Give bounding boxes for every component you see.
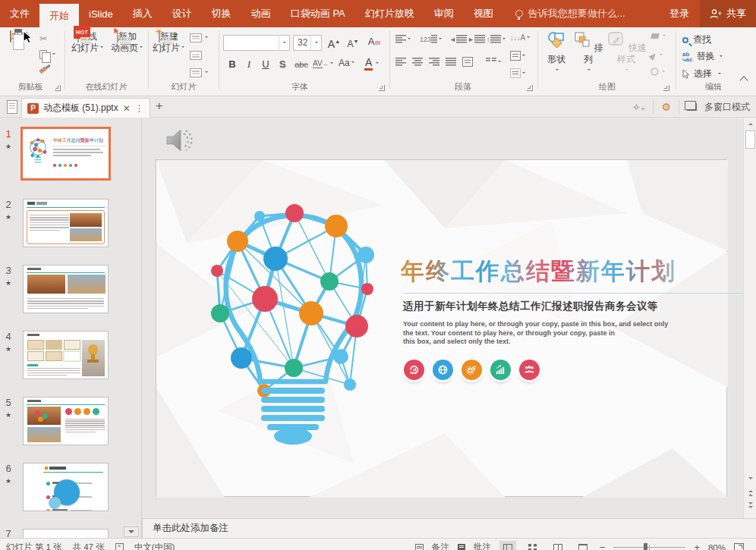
- scrollbar-thumb[interactable]: [745, 130, 755, 149]
- spell-check-icon[interactable]: [115, 543, 124, 550]
- scroll-up-button[interactable]: [745, 119, 755, 129]
- copy-button[interactable]: [39, 50, 55, 59]
- increase-indent-button[interactable]: ►: [468, 35, 485, 43]
- tab-islide[interactable]: iSlide: [79, 0, 123, 27]
- italic-button[interactable]: I: [241, 57, 257, 72]
- bold-button[interactable]: B: [225, 57, 240, 72]
- scroll-down-button[interactable]: [745, 473, 755, 483]
- lightbulb-network-graphic[interactable]: [187, 183, 399, 456]
- find-button[interactable]: 查找: [682, 33, 711, 46]
- slide-thumbnail[interactable]: [23, 265, 109, 313]
- zoom-level[interactable]: 80%: [708, 543, 726, 550]
- normal-view-button[interactable]: [499, 541, 516, 550]
- tab-review[interactable]: 审阅: [424, 0, 464, 27]
- decrease-indent-button[interactable]: ◄: [449, 35, 467, 43]
- format-painter-button[interactable]: [39, 68, 46, 72]
- slide-body-text[interactable]: Your content to play here, or through yo…: [403, 320, 668, 347]
- settings-gear-icon[interactable]: ⚙: [661, 101, 671, 113]
- share-button[interactable]: 共享: [700, 0, 756, 27]
- shape-effects-button[interactable]: [651, 68, 665, 75]
- underline-button[interactable]: U: [258, 57, 273, 72]
- select-button[interactable]: 选择: [682, 68, 721, 80]
- slide-canvas[interactable]: 年终工作总结暨新年计划 适用于新年计划年终总结工作汇报述职报告商务会议等 You…: [156, 159, 727, 497]
- globe-icon[interactable]: [433, 360, 453, 380]
- tab-slideshow[interactable]: 幻灯片放映: [355, 0, 424, 27]
- slide-sorter-view-button[interactable]: [524, 541, 541, 550]
- slide-thumbnail[interactable]: [23, 397, 109, 445]
- vertical-scrollbar[interactable]: [743, 118, 756, 518]
- notes-toggle[interactable]: 备注: [432, 542, 449, 550]
- grow-font-button[interactable]: A▲: [326, 34, 342, 49]
- collapse-ribbon-button[interactable]: [741, 77, 747, 83]
- bullets-button[interactable]: [395, 35, 411, 43]
- align-center-button[interactable]: [412, 58, 423, 66]
- thumbnail-scroll-down-button[interactable]: [124, 526, 139, 537]
- character-spacing-button[interactable]: AV↔: [313, 59, 333, 68]
- magic-wand-icon[interactable]: ✧₊: [632, 102, 646, 113]
- audio-speaker-icon[interactable]: [164, 126, 196, 156]
- slide-thumbnail[interactable]: [23, 199, 109, 247]
- strikethrough-button[interactable]: abc: [291, 57, 311, 72]
- font-size-combo[interactable]: 32: [293, 35, 322, 51]
- slideshow-view-button[interactable]: [575, 541, 591, 550]
- tab-view[interactable]: 视图: [464, 0, 503, 27]
- shape-fill-button[interactable]: [651, 33, 666, 39]
- shrink-font-button[interactable]: A▼: [345, 34, 361, 49]
- quick-styles-button[interactable]: 快速样式: [605, 31, 647, 77]
- clipboard-dialog-launcher[interactable]: [55, 85, 61, 91]
- new-tab-button[interactable]: +: [156, 99, 162, 113]
- fit-slide-to-window-button[interactable]: [734, 543, 744, 550]
- font-dialog-launcher[interactable]: [379, 85, 385, 91]
- slide-thumbnail[interactable]: 年终工作总结暨新年计划: [20, 127, 111, 181]
- replace-button[interactable]: ab⤷ac替换: [682, 50, 723, 63]
- bar-chart-icon[interactable]: [490, 360, 511, 380]
- tab-animations[interactable]: 动画: [241, 0, 281, 27]
- font-name-combo[interactable]: [223, 35, 290, 51]
- text-direction-button[interactable]: ↓↓↓A: [510, 33, 530, 42]
- section-button[interactable]: [190, 68, 208, 77]
- font-color-button[interactable]: A: [364, 56, 379, 71]
- tab-design[interactable]: 设计: [162, 0, 202, 27]
- zoom-slider[interactable]: [613, 547, 685, 548]
- tab-insert[interactable]: 插入: [123, 0, 162, 27]
- slide-thumbnail[interactable]: [23, 331, 109, 379]
- tab-home[interactable]: 开始: [39, 4, 79, 27]
- tab-file[interactable]: 文件: [0, 0, 39, 27]
- zoom-slider-thumb[interactable]: [644, 543, 647, 550]
- change-case-button[interactable]: Aa: [339, 58, 354, 68]
- new-animation-page-button[interactable]: 新加动画页: [109, 31, 145, 54]
- paragraph-dialog-launcher[interactable]: [527, 85, 533, 91]
- line-spacing-button[interactable]: ↕: [487, 35, 506, 43]
- next-slide-button[interactable]: [745, 501, 755, 511]
- zoom-in-button[interactable]: +: [694, 544, 700, 550]
- shape-outline-button[interactable]: [651, 50, 663, 60]
- previous-slide-button[interactable]: [745, 487, 755, 497]
- arrange-button[interactable]: 排列: [573, 31, 603, 77]
- slide-subtitle[interactable]: 适用于新年计划年终总结工作汇报述职报告商务会议等: [403, 300, 658, 313]
- text-shadow-button[interactable]: S: [275, 57, 290, 72]
- reset-slide-button[interactable]: [190, 51, 202, 60]
- cut-button[interactable]: ✂: [39, 33, 47, 44]
- align-left-button[interactable]: [395, 58, 406, 66]
- drawing-dialog-launcher[interactable]: [663, 85, 669, 91]
- new-slide-button[interactable]: ✳ 新建幻灯片: [151, 31, 186, 54]
- align-text-button[interactable]: [510, 51, 525, 61]
- gears-icon[interactable]: [461, 360, 482, 380]
- notes-area[interactable]: 单击此处添加备注: [142, 518, 756, 538]
- align-right-button[interactable]: [429, 58, 439, 66]
- document-list-icon[interactable]: [7, 100, 17, 114]
- tab-menu-icon[interactable]: ⋮: [135, 103, 144, 114]
- distributed-button[interactable]: [462, 57, 473, 67]
- close-tab-icon[interactable]: ✕: [123, 103, 131, 114]
- comments-toggle[interactable]: 批注: [474, 542, 491, 550]
- tab-pocket-animation[interactable]: 口袋动画 PA: [281, 0, 355, 27]
- slide-thumbnail[interactable]: [23, 463, 109, 511]
- numbering-button[interactable]: 123: [420, 35, 442, 43]
- layout-button[interactable]: [190, 33, 208, 42]
- columns-button[interactable]: [486, 58, 501, 66]
- reading-view-button[interactable]: [550, 541, 566, 550]
- login-button[interactable]: 登录: [659, 0, 700, 27]
- language-indicator[interactable]: 中文(中国): [134, 542, 175, 550]
- zoom-out-button[interactable]: −: [600, 544, 606, 550]
- tell-me-box[interactable]: 告诉我您想要做什么...: [515, 0, 625, 27]
